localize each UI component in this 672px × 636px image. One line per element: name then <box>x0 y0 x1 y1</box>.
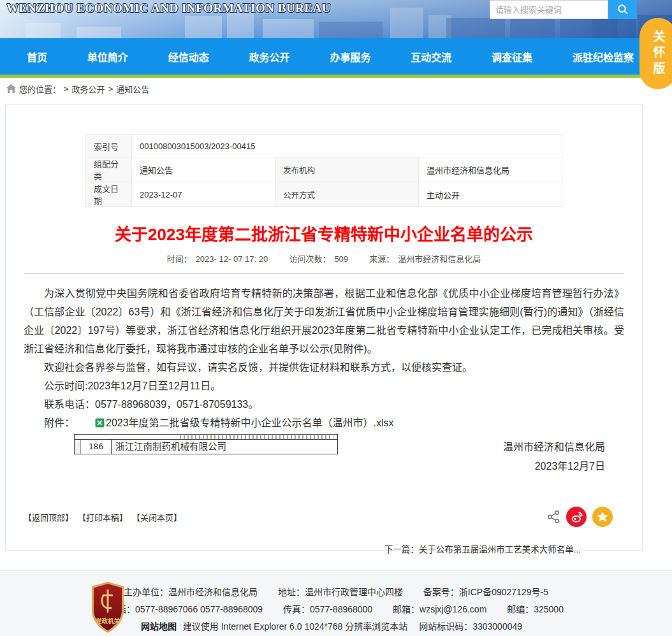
site-footer: 党政机关 主办单位：温州市经济和信息化局 地址：温州市行政管理中心四楼 备案号：… <box>0 570 672 636</box>
footer-tel: 0577-88967066 0577-88968009 <box>135 604 263 614</box>
footer-mail-label: 邮箱： <box>393 604 420 614</box>
breadcrumb-item-notices[interactable]: 通知公告 <box>116 83 149 95</box>
care-mode-badge[interactable]: 关怀版 <box>639 18 672 89</box>
doc-date-value: 2023-12-07 <box>132 182 275 207</box>
qzone-share-icon[interactable] <box>592 507 613 527</box>
footer-fax-label: 传真： <box>283 604 310 614</box>
weibo-share-icon[interactable] <box>566 507 587 527</box>
breadcrumb: 您的位置： > 政务公开 > 通知公告 <box>0 78 672 99</box>
nav-item-discipline[interactable]: 派驻纪检监察 <box>573 49 634 64</box>
article-meta: 时间：2023- 12- 07 17: 20 访问次数：509 来源：温州市经济… <box>6 252 642 264</box>
table-row: 组配分类 通知公告 发布机构 温州市经济和信息化局 <box>86 157 562 182</box>
next-post-link[interactable]: 下一篇：关于公布第五届温州市工艺美术大师名单... <box>384 545 581 554</box>
footer-zip: 325000 <box>534 604 564 614</box>
footer-sitecode-label: 网站标识码： <box>419 621 472 632</box>
attachment-label: 附件： <box>44 417 75 428</box>
footer-zip-label: 邮编： <box>507 604 534 614</box>
article-actions: 【返回顶部】 【打印本稿】 【关闭本页】 <box>6 507 642 527</box>
preview-company-name: 浙江江南制药机械有限公司 <box>112 440 337 454</box>
meta-visits-label: 访问次数： <box>289 254 330 264</box>
breadcrumb-sep: > <box>108 84 113 94</box>
attachment-link[interactable]: 2023年度第二批省级专精特新中小企业公示名单（温州市）.xlsx <box>106 417 394 428</box>
share-icon[interactable] <box>547 510 560 524</box>
doc-publisher-label: 发布机构 <box>275 157 419 182</box>
search-button[interactable] <box>608 0 637 19</box>
preview-row-number: 186 <box>81 440 112 454</box>
table-row: 成文日期 2023-12-07 公开方式 主动公开 <box>86 182 562 207</box>
meta-source: 温州市经济和信息化局 <box>398 254 481 264</box>
content-card: 索引号 001008003015003/2023-00415 组配分类 通知公告… <box>5 105 643 551</box>
search-icon <box>617 4 629 15</box>
doc-openmode-label: 公开方式 <box>275 182 419 207</box>
site-search <box>490 0 637 19</box>
meta-time-label: 时间： <box>167 254 192 264</box>
breadcrumb-item-gov-info[interactable]: 政务公开 <box>72 83 105 95</box>
meta-time: 2023- 12- 07 17: 20 <box>196 254 268 264</box>
table-row: 186 浙江江南制药机械有限公司 <box>75 439 337 454</box>
doc-index-label: 索引号 <box>86 135 132 157</box>
doc-info-table: 索引号 001008003015003/2023-00415 组配分类 通知公告… <box>85 134 562 207</box>
doc-publisher-value: 温州市经济和信息化局 <box>419 157 562 182</box>
attachment-preview-table: 186 浙江江南制药机械有限公司 <box>74 434 338 454</box>
search-input[interactable] <box>490 0 608 19</box>
doc-category-label: 组配分类 <box>86 157 132 182</box>
meta-visits: 509 <box>334 254 348 264</box>
excel-file-icon <box>75 415 105 433</box>
site-header: WENZHOU ECONOMIC AND INFORMATION BUREAU … <box>0 0 672 38</box>
doc-category-value: 通知公告 <box>132 157 275 182</box>
footer-mail: wzsjxj@126.com <box>420 604 486 614</box>
nav-item-survey[interactable]: 调查征集 <box>492 49 532 64</box>
paragraph: 公示时间:2023年12月7日至12月11日。 <box>24 377 624 395</box>
doc-index-value: 001008003015003/2023-00415 <box>132 135 562 157</box>
paragraph: 联系电话：0577-88968039，0571-87059133。 <box>24 395 624 414</box>
signature-date: 2023年12月7日 <box>24 457 605 476</box>
attachment-line: 附件：2023年度第二批省级专精特新中小企业公示名单（温州市）.xlsx <box>24 414 624 433</box>
page-title: 关于2023年度第二批浙江省专精特新中小企业名单的公示 <box>6 221 642 245</box>
nav-item-services[interactable]: 办事服务 <box>330 49 370 64</box>
party-gov-emblem: 党政机关 <box>89 581 126 636</box>
site-title: WENZHOU ECONOMIC AND INFORMATION BUREAU <box>6 1 331 15</box>
sitemap-link[interactable]: 网站地图 <box>141 621 177 632</box>
nav-item-news[interactable]: 经信动态 <box>168 49 209 64</box>
footer-host-label: 主办单位： <box>124 587 168 597</box>
print-button[interactable]: 【打印本稿】 <box>78 511 128 523</box>
main-nav: 首页 单位简介 经信动态 政务公开 办事服务 互动交流 调查征集 派驻纪检监察 <box>0 38 672 75</box>
footer-addr-label: 地址： <box>278 587 305 597</box>
close-page-button[interactable]: 【关闭本页】 <box>132 511 182 523</box>
clipped-row <box>180 435 333 439</box>
footer-fax: 0577-88968000 <box>310 604 372 614</box>
nav-item-interaction[interactable]: 互动交流 <box>411 49 451 64</box>
paragraph: 欢迎社会各界参与监督，如有异议，请实名反馈，并提供佐证材料和联系方式，以便核实查… <box>24 358 624 377</box>
footer-host: 温州市经济和信息化局 <box>168 587 258 597</box>
row-header-sliver <box>75 440 81 454</box>
nav-item-home[interactable]: 首页 <box>27 49 47 64</box>
table-row: 索引号 001008003015003/2023-00415 <box>86 135 562 157</box>
next-post: 下一篇：关于公布第五届温州市工艺美术大师名单... <box>6 542 642 555</box>
footer-addr: 温州市行政管理中心四楼 <box>305 587 403 597</box>
footer-icp-label: 备案号： <box>423 587 459 597</box>
meta-source-label: 来源： <box>369 254 394 264</box>
article-body: 为深入贯彻党中央国务院和省委省政府培育专精特新的决策部署，根据工业和信息化部《优… <box>6 274 642 476</box>
footer-icp: 浙ICP备09027129号-5 <box>459 587 548 597</box>
breadcrumb-prefix: 您的位置： <box>19 83 61 95</box>
home-icon <box>6 84 16 93</box>
back-to-top-button[interactable]: 【返回顶部】 <box>24 511 73 523</box>
emblem-text: 党政机关 <box>96 618 121 625</box>
footer-sitecode: 3303000049 <box>472 621 522 632</box>
paragraph: 为深入贯彻党中央国务院和省委省政府培育专精特新的决策部署，根据工业和信息化部《优… <box>24 284 624 358</box>
nav-item-gov-info[interactable]: 政务公开 <box>249 49 290 64</box>
breadcrumb-sep: > <box>64 84 69 94</box>
doc-openmode-value: 主动公开 <box>419 182 562 207</box>
footer-browser-note: 建议使用 Internet Explorer 6.0 1024*768 分辨率浏… <box>183 621 407 632</box>
doc-date-label: 成文日期 <box>86 182 132 207</box>
nav-item-about[interactable]: 单位简介 <box>87 49 128 64</box>
